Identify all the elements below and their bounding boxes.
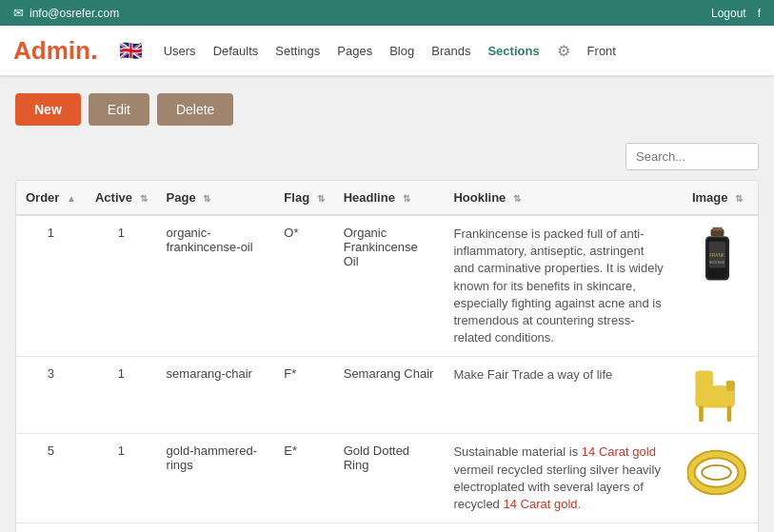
nav-sections[interactable]: Sections: [487, 44, 539, 58]
sections-table: Order ▲ Active ⇅ Page ⇅ Flag ⇅: [16, 181, 758, 532]
svg-rect-8: [695, 371, 712, 390]
table-row[interactable]: 5 1 gold-hammered-rings E* Gold Dotted R…: [16, 434, 758, 523]
col-header-page[interactable]: Page ⇅: [157, 181, 275, 215]
product-image-chair: [686, 366, 748, 424]
cell-hookline-1: Frankincense is packed full of anti-infl…: [444, 215, 677, 357]
cell-active-4: 1: [86, 523, 157, 532]
cell-headline-3: Gold Dotted Ring: [334, 434, 445, 523]
nav-bar: Admin. 🇬🇧 Users Defaults Settings Pages …: [0, 26, 774, 76]
cell-order-2: 3: [16, 357, 86, 434]
col-header-image[interactable]: Image ⇅: [677, 181, 758, 215]
logo-text: Admin: [13, 36, 90, 65]
settings-icon[interactable]: ⚙: [557, 42, 570, 60]
cell-image-2: [677, 357, 758, 434]
edit-button[interactable]: Edit: [89, 93, 149, 126]
col-header-hookline[interactable]: Hookline ⇅: [444, 181, 677, 215]
facebook-icon[interactable]: f: [758, 7, 761, 20]
sort-image-icon: ⇅: [735, 193, 743, 204]
nav-blog[interactable]: Blog: [389, 44, 414, 58]
cell-image-4: VEGAN SHAKE: [677, 523, 758, 532]
sort-order-icon: ▲: [67, 193, 76, 204]
product-image-bottle: FRANK INCENSE: [691, 226, 744, 287]
sort-active-icon: ⇅: [140, 193, 148, 204]
table-row[interactable]: 7 1 vegan-supplement V Vegan Meal Replac…: [16, 523, 758, 532]
svg-rect-1: [712, 227, 722, 231]
search-bar-container: [15, 143, 759, 170]
email-icon: ✉: [13, 6, 24, 20]
nav-brands[interactable]: Brands: [431, 44, 470, 58]
cell-page-2: semarang-chair: [157, 357, 275, 434]
cell-headline-4: Vegan Meal Replacement Diet: [334, 523, 445, 532]
top-bar-left: ✉ info@osrefer.com: [13, 6, 119, 20]
cell-active-3: 1: [86, 434, 157, 523]
nav-users[interactable]: Users: [164, 44, 196, 58]
sort-headline-icon: ⇅: [403, 193, 410, 204]
top-bar-email: info@osrefer.com: [30, 7, 119, 20]
sort-flag-icon: ⇅: [317, 193, 325, 204]
col-header-headline[interactable]: Headline ⇅: [334, 181, 445, 215]
cell-flag-1: O*: [274, 215, 333, 357]
search-input[interactable]: [625, 143, 759, 170]
cell-image-3: [677, 434, 758, 523]
cell-active-1: 1: [86, 215, 157, 357]
action-buttons: New Edit Delete: [15, 93, 759, 126]
cell-order-3: 5: [16, 434, 86, 523]
new-button[interactable]: New: [15, 93, 81, 126]
svg-text:INCENSE: INCENSE: [709, 261, 725, 265]
cell-image-1: FRANK INCENSE: [677, 215, 758, 357]
svg-point-14: [703, 465, 732, 480]
cell-active-2: 1: [86, 357, 157, 434]
cell-page-3: gold-hammered-rings: [157, 434, 275, 523]
table-container: Order ▲ Active ⇅ Page ⇅ Flag ⇅: [15, 180, 759, 532]
sort-page-icon: ⇅: [203, 193, 210, 204]
nav-defaults[interactable]: Defaults: [213, 44, 259, 58]
nav-pages[interactable]: Pages: [337, 44, 372, 58]
col-header-order[interactable]: Order ▲: [16, 181, 86, 215]
table-row[interactable]: 1 1 organic-frankincense-oil O* Organic …: [16, 215, 758, 357]
product-image-ring: [687, 443, 746, 502]
content-area: New Edit Delete Order ▲ Active ⇅: [0, 76, 774, 532]
sort-hookline-icon: ⇅: [513, 193, 521, 204]
cell-headline-1: Organic Frankincense Oil: [334, 215, 445, 357]
svg-text:FRANK: FRANK: [709, 253, 725, 258]
cell-hookline-4: A Delicious Plant-Based Meal Replacement…: [444, 523, 677, 532]
cell-order-1: 1: [16, 215, 86, 357]
table-header: Order ▲ Active ⇅ Page ⇅ Flag ⇅: [16, 181, 758, 215]
table-row[interactable]: 3 1 semarang-chair F* Semarang Chair Mak…: [16, 357, 758, 434]
col-header-flag[interactable]: Flag ⇅: [274, 181, 333, 215]
col-header-active[interactable]: Active ⇅: [86, 181, 157, 215]
svg-rect-11: [726, 381, 735, 391]
cell-page-1: organic-frankincense-oil: [157, 215, 275, 357]
language-flag[interactable]: 🇬🇧: [119, 39, 143, 62]
nav-settings[interactable]: Settings: [275, 44, 320, 58]
nav-links: Users Defaults Settings Pages Blog Brand…: [164, 42, 761, 60]
cell-flag-4: V: [274, 523, 333, 532]
delete-button[interactable]: Delete: [157, 93, 233, 126]
logout-link[interactable]: Logout: [711, 7, 746, 20]
svg-point-13: [691, 455, 742, 491]
nav-logo[interactable]: Admin.: [13, 35, 98, 66]
table-body: 1 1 organic-frankincense-oil O* Organic …: [16, 215, 758, 532]
cell-hookline-2: Make Fair Trade a way of life: [444, 357, 677, 434]
logo-dot: .: [90, 35, 98, 65]
svg-rect-10: [727, 406, 732, 423]
cell-headline-2: Semarang Chair: [334, 357, 445, 434]
top-bar: ✉ info@osrefer.com Logout f: [0, 0, 774, 26]
cell-flag-3: E*: [274, 434, 333, 523]
top-bar-right: Logout f: [711, 7, 761, 20]
nav-front[interactable]: Front: [587, 44, 616, 58]
cell-flag-2: F*: [274, 357, 333, 434]
cell-order-4: 7: [16, 523, 86, 532]
svg-rect-9: [699, 406, 704, 423]
cell-hookline-3: Sustainable material is 14 Carat gold ve…: [444, 434, 677, 523]
cell-page-4: vegan-supplement: [157, 523, 275, 532]
